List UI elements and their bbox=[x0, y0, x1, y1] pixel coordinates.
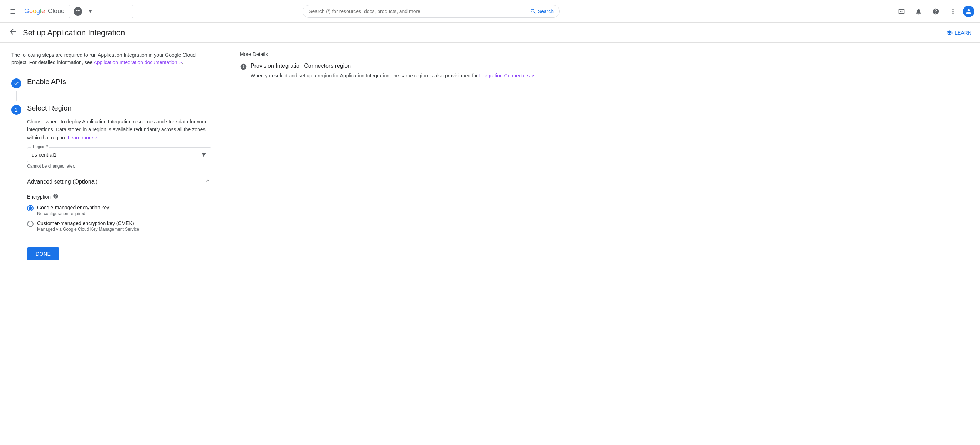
encryption-option1-content: Google-managed encryption key No configu… bbox=[37, 205, 109, 216]
more-details-title: More Details bbox=[240, 51, 969, 57]
encryption-option2[interactable]: Customer-managed encryption key (CMEK) M… bbox=[27, 220, 211, 232]
project-selector[interactable]: ▼ bbox=[69, 5, 133, 18]
search-bar: Search bbox=[303, 5, 560, 18]
step2-number-icon: 2 bbox=[11, 105, 21, 115]
advanced-settings-title: Advanced setting (Optional) bbox=[27, 179, 97, 185]
top-navigation: ☰ Google Cloud ▼ Search bbox=[0, 0, 980, 23]
menu-icon[interactable]: ☰ bbox=[6, 4, 20, 19]
encryption-option1-label: Google-managed encryption key bbox=[37, 205, 109, 211]
encryption-title-row: Encryption bbox=[27, 193, 211, 200]
app-integration-docs-link[interactable]: Application Integration documentation ↗ bbox=[94, 60, 181, 65]
notifications-icon[interactable] bbox=[912, 4, 926, 19]
step2-body: Choose where to deploy Application Integ… bbox=[11, 118, 211, 260]
cloud-text: Cloud bbox=[48, 8, 65, 15]
terminal-icon[interactable] bbox=[894, 4, 908, 19]
right-panel: More Details Provision Integration Conne… bbox=[240, 51, 969, 260]
region-select-wrapper: Region * us-central1 us-east1 us-west1 e… bbox=[27, 147, 211, 162]
project-chevron: ▼ bbox=[88, 9, 93, 14]
encryption-option1[interactable]: Google-managed encryption key No configu… bbox=[27, 205, 211, 216]
more-options-icon[interactable] bbox=[946, 4, 960, 19]
secondary-navigation: Set up Application Integration LEARN bbox=[0, 23, 980, 43]
region-hint: Cannot be changed later. bbox=[27, 164, 211, 169]
encryption-option2-sublabel: Managed via Google Cloud Key Management … bbox=[37, 227, 139, 232]
page-title: Set up Application Integration bbox=[23, 28, 125, 38]
encryption-option2-label: Customer-managed encryption key (CMEK) bbox=[37, 220, 139, 226]
search-button-label: Search bbox=[538, 9, 554, 14]
project-avatar bbox=[73, 7, 82, 16]
region-label: Region * bbox=[32, 144, 49, 149]
step1-title: Enable APIs bbox=[27, 78, 66, 86]
nav-icons bbox=[894, 4, 974, 19]
encryption-option1-sublabel: No configuration required bbox=[37, 211, 109, 216]
encryption-title: Encryption bbox=[27, 194, 51, 200]
encryption-option1-radio[interactable] bbox=[27, 205, 33, 211]
back-button[interactable] bbox=[9, 27, 17, 38]
encryption-option2-content: Customer-managed encryption key (CMEK) M… bbox=[37, 220, 139, 232]
svg-point-1 bbox=[78, 10, 80, 11]
step1-item: Enable APIs bbox=[11, 78, 211, 89]
encryption-section: Encryption Google-managed encryption key… bbox=[27, 193, 211, 232]
provision-title: Provision Integration Connectors region bbox=[251, 63, 536, 69]
user-avatar[interactable] bbox=[963, 6, 974, 17]
step2-title: Select Region bbox=[27, 104, 72, 112]
provision-text: Provision Integration Connectors region … bbox=[251, 63, 536, 79]
step1-check-icon bbox=[11, 78, 21, 89]
help-icon[interactable] bbox=[929, 4, 943, 19]
provision-card: Provision Integration Connectors region … bbox=[240, 63, 969, 79]
step2-item: 2 Select Region bbox=[11, 104, 211, 115]
learn-button-label: LEARN bbox=[955, 30, 971, 36]
provision-info-icon bbox=[240, 63, 247, 72]
step2-description: Choose where to deploy Application Integ… bbox=[27, 118, 211, 142]
search-input[interactable] bbox=[309, 9, 527, 14]
encryption-help-icon[interactable] bbox=[53, 193, 59, 200]
collapse-advanced-button[interactable] bbox=[204, 177, 211, 186]
encryption-option2-radio[interactable] bbox=[27, 221, 33, 227]
provision-description: When you select and set up a region for … bbox=[251, 72, 536, 79]
step-connector bbox=[16, 91, 17, 101]
learn-button[interactable]: LEARN bbox=[946, 30, 971, 36]
advanced-settings-header: Advanced setting (Optional) bbox=[27, 177, 211, 186]
integration-connectors-link[interactable]: Integration Connectors ↗ bbox=[479, 73, 535, 78]
left-panel: The following steps are required to run … bbox=[11, 51, 211, 260]
google-cloud-logo[interactable]: Google Cloud bbox=[24, 8, 65, 15]
main-content: The following steps are required to run … bbox=[0, 43, 980, 269]
learn-more-link[interactable]: Learn more ↗ bbox=[68, 135, 98, 141]
intro-text: The following steps are required to run … bbox=[11, 51, 211, 67]
done-button[interactable]: DONE bbox=[27, 247, 59, 260]
search-button[interactable]: Search bbox=[530, 8, 554, 14]
svg-point-0 bbox=[76, 10, 78, 11]
region-select[interactable]: us-central1 us-east1 us-west1 europe-wes… bbox=[27, 147, 211, 162]
